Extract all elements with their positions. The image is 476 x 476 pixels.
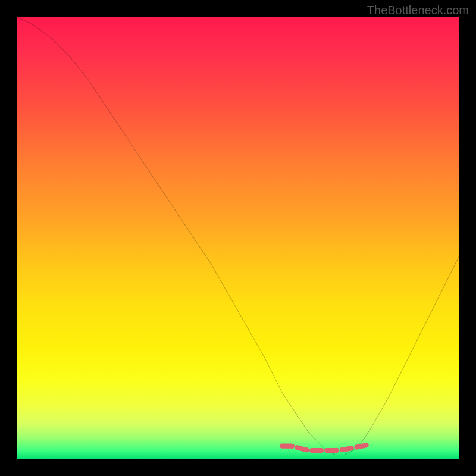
watermark-text: TheBottleneck.com xyxy=(367,4,469,17)
chart-plot-area xyxy=(17,17,459,459)
bottleneck-curve xyxy=(17,17,459,455)
optimal-band xyxy=(282,445,366,450)
chart-svg-layer xyxy=(17,17,459,459)
